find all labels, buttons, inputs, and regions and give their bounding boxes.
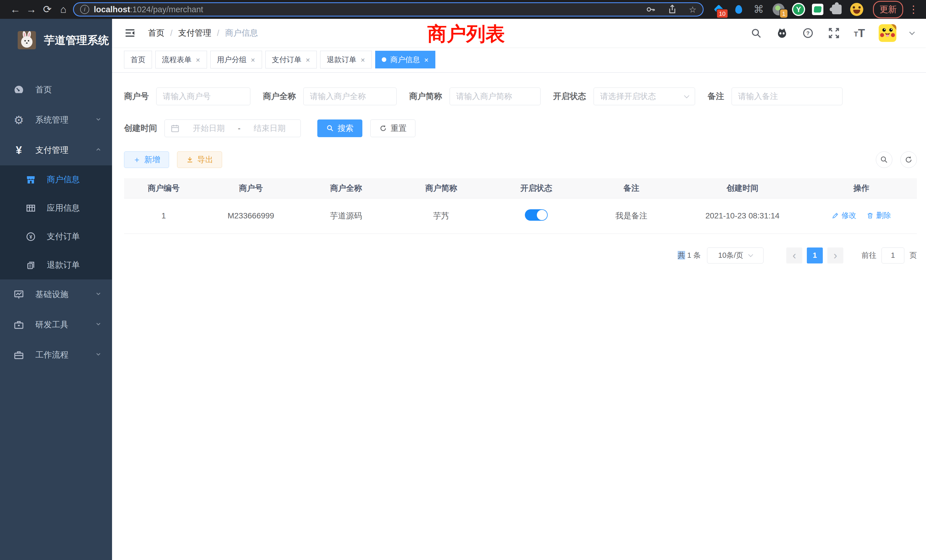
annotation-title: 商户列表: [427, 21, 505, 47]
merchant-short-input[interactable]: [449, 88, 540, 105]
edit-link[interactable]: 修改: [832, 210, 856, 220]
delete-link[interactable]: 删除: [866, 210, 891, 220]
page-size-select[interactable]: 10条/页: [707, 248, 764, 263]
tab-label: 流程表单: [162, 55, 192, 65]
cell-remark: 我是备注: [584, 198, 679, 233]
home-icon[interactable]: ⌂: [55, 3, 71, 15]
forward-icon[interactable]: →: [23, 3, 39, 15]
chevron-down-icon: [95, 115, 102, 125]
close-icon[interactable]: [424, 55, 429, 64]
add-button[interactable]: 新增: [124, 151, 169, 168]
back-icon[interactable]: ←: [8, 3, 23, 15]
tab-label: 支付订单: [272, 55, 302, 65]
extension-command-icon[interactable]: [752, 3, 765, 16]
merchant-short-label: 商户简称: [409, 91, 442, 102]
extension-balloon-icon[interactable]: [732, 3, 745, 16]
reset-button[interactable]: 重置: [370, 120, 415, 137]
sidebar-item-label: 支付管理: [35, 145, 68, 156]
sidebar-item-infrastructure[interactable]: 基础设施: [0, 279, 112, 310]
sidebar-item-dev-tools[interactable]: 研发工具: [0, 310, 112, 340]
edit-link-label: 修改: [841, 210, 856, 220]
close-icon[interactable]: [251, 55, 256, 64]
extension-y-icon[interactable]: Y: [792, 3, 805, 16]
reload-icon[interactable]: ⟳: [39, 3, 55, 15]
merchant-no-input[interactable]: [156, 88, 250, 105]
extensions-puzzle-icon[interactable]: [830, 3, 843, 16]
chevron-down-icon: [684, 93, 689, 98]
tab-home[interactable]: 首页: [124, 51, 152, 68]
tab-process-form[interactable]: 流程表单: [155, 51, 207, 68]
sidebar-item-pay-order[interactable]: ¥ 支付订单: [0, 222, 112, 251]
merchant-name-input[interactable]: [303, 88, 396, 105]
collapse-sidebar-icon[interactable]: [124, 27, 136, 39]
avatar[interactable]: [879, 24, 896, 42]
refresh-icon: [379, 124, 387, 132]
close-icon[interactable]: [306, 55, 310, 64]
refresh-button[interactable]: [900, 151, 917, 168]
pagination-total-rest: 1 条: [685, 251, 701, 259]
col-remark: 备注: [584, 178, 679, 198]
browser-menu-icon[interactable]: [908, 3, 918, 15]
svg-text:¥: ¥: [29, 234, 32, 240]
tab-label: 商户信息: [390, 55, 420, 65]
trash-icon: [866, 212, 874, 219]
profile-emoji-icon[interactable]: [850, 3, 863, 16]
share-icon[interactable]: [667, 4, 677, 15]
font-size-icon[interactable]: TT: [854, 28, 865, 38]
toggle-search-button[interactable]: [876, 151, 892, 168]
url-host: localhost: [94, 5, 130, 14]
sidebar-item-home[interactable]: 首页: [0, 75, 112, 105]
sidebar-item-workflow[interactable]: 工作流程: [0, 340, 112, 370]
page-1-button[interactable]: 1: [807, 248, 823, 263]
key-icon[interactable]: [646, 4, 656, 15]
close-icon[interactable]: [360, 55, 365, 64]
breadcrumb-home[interactable]: 首页: [148, 27, 165, 39]
dashboard-icon: [12, 85, 25, 95]
app-title: 芋道管理系统: [44, 33, 109, 48]
caret-down-icon[interactable]: [909, 29, 915, 35]
tab-pay-order[interactable]: 支付订单: [265, 51, 317, 68]
sidebar-item-system[interactable]: 系统管理: [0, 105, 112, 135]
remark-input[interactable]: [732, 88, 843, 105]
tab-refund-order[interactable]: 退款订单: [320, 51, 372, 68]
add-button-label: 新增: [144, 154, 160, 165]
sidebar-item-refund-order[interactable]: 退款订单: [0, 251, 112, 279]
export-button[interactable]: 导出: [177, 151, 222, 168]
goto-page-input[interactable]: [882, 248, 904, 263]
close-icon[interactable]: [195, 55, 200, 64]
search-icon[interactable]: [750, 27, 762, 39]
breadcrumb-payment[interactable]: 支付管理: [178, 27, 211, 39]
briefcase-icon: [12, 350, 25, 360]
tab-user-group[interactable]: 用户分组: [210, 51, 262, 68]
address-bar[interactable]: i localhost :1024/pay/merchant ☆: [73, 2, 704, 17]
extension-badge: 1: [779, 9, 788, 18]
sidebar-item-app-info[interactable]: 应用信息: [0, 194, 112, 222]
col-short-name: 商户简称: [394, 178, 489, 198]
grid-icon: [24, 203, 37, 213]
help-icon[interactable]: ?: [802, 27, 814, 39]
extension-status-icon[interactable]: 1: [772, 3, 785, 16]
create-time-range-picker[interactable]: 开始日期 - 结束日期: [165, 120, 301, 137]
next-page-button[interactable]: [828, 248, 843, 263]
search-button[interactable]: 搜索: [317, 120, 362, 137]
extension-badge: 10: [716, 9, 728, 18]
col-status: 开启状态: [489, 178, 584, 198]
extension-diamond-icon[interactable]: 10: [712, 3, 725, 16]
github-icon[interactable]: [776, 27, 788, 39]
bookmark-star-icon[interactable]: ☆: [689, 5, 696, 15]
fullscreen-icon[interactable]: [828, 27, 840, 39]
site-info-icon[interactable]: i: [80, 5, 89, 14]
sidebar-item-merchant-info[interactable]: 商户信息: [0, 165, 112, 194]
status-select[interactable]: 请选择开启状态: [593, 88, 695, 105]
payment-submenu: 商户信息 应用信息 ¥ 支付订单: [0, 165, 112, 279]
browser-update-button[interactable]: 更新: [873, 1, 903, 18]
prev-page-button[interactable]: [786, 248, 802, 263]
tab-merchant-info[interactable]: 商户信息: [375, 51, 435, 68]
pagination-total-highlight: 共: [678, 251, 685, 259]
download-icon: [186, 156, 194, 163]
sidebar-item-payment[interactable]: ¥ 支付管理: [0, 135, 112, 165]
status-toggle[interactable]: [525, 209, 548, 221]
chevron-down-icon: [95, 320, 102, 330]
sidebar-item-label: 研发工具: [35, 319, 68, 330]
extension-chat-icon[interactable]: [812, 4, 823, 15]
